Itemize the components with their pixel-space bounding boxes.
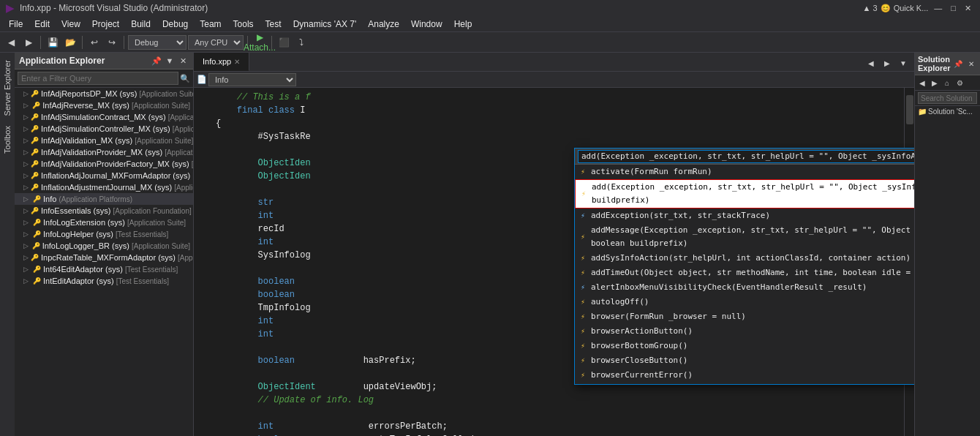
list-item[interactable]: ▷ 🔑 Info (Application Platforms) [15, 193, 193, 205]
list-item[interactable]: ▷ 🔑 Int64EditAdaptor (sys) [Test Essenti… [15, 263, 193, 275]
menu-project[interactable]: Project [86, 18, 125, 31]
platform-dropdown[interactable]: Any CPU [188, 35, 244, 50]
list-item[interactable]: ▷ 🔑 IntEditAdaptor (sys) [Test Essential… [15, 275, 193, 287]
toolbar-breakpoint[interactable]: ⬛ [276, 34, 292, 50]
editor-scroll-right[interactable]: ▶ [879, 55, 895, 71]
ac-item-selected[interactable]: ⚡ add(Exception _exception, str_txt, str… [575, 179, 914, 208]
tab-close-btn[interactable]: ✕ [234, 58, 240, 66]
app-explorer-search-input[interactable] [18, 72, 178, 85]
ac-item[interactable]: ⚡ addException(str_txt, str_stackTrace) [575, 208, 914, 223]
key-icon: 🔑 [31, 172, 39, 179]
tree-item-label: InfoEssentials (sys) [Application Founda… [41, 206, 192, 215]
ac-item[interactable]: ⚡ addSysInfoAction(str_helpUrl, int acti… [575, 251, 914, 266]
menu-analyze[interactable]: Analyze [362, 18, 405, 31]
tree-item-label: Int64EditAdaptor (sys) [Test Essentials] [43, 265, 178, 274]
sol-close-btn[interactable]: ✕ [965, 58, 977, 69]
ac-item-label: alertInboxMenuVisibilityCheck(EventHandl… [591, 281, 914, 294]
list-item[interactable]: ▷ 🔑 InfAdjSimulationContract_MX (sys) [A… [15, 111, 193, 123]
ac-item[interactable]: ⚡ activate(FormRun formRun) [575, 165, 914, 179]
autocomplete-input[interactable] [578, 150, 914, 163]
ac-item[interactable]: ⚡ browserCurrentPicture() [575, 383, 914, 384]
list-item[interactable]: ▷ 🔑 InfAdjReportsDP_MX (sys) [Applicatio… [15, 88, 193, 99]
menu-build[interactable]: Build [125, 18, 157, 31]
toolbar-undo[interactable]: ↩ [86, 34, 102, 50]
code-container[interactable]: // This is a f final class I { #SysTaskR… [194, 88, 914, 436]
menu-debug[interactable]: Debug [157, 18, 194, 31]
tree-arrow: ▷ [23, 160, 29, 168]
config-dropdown[interactable]: Debug [128, 35, 186, 50]
ac-item[interactable]: ⚡ browserCurrentError() [575, 368, 914, 383]
code-line [194, 407, 914, 420]
tab-info-xpp[interactable]: Info.xpp ✕ [194, 53, 249, 71]
minimize-button[interactable]: — [931, 4, 945, 12]
sol-forward-btn[interactable]: ▶ [929, 77, 941, 89]
editor-scroll-left[interactable]: ◀ [863, 55, 879, 71]
menu-help[interactable]: Help [448, 18, 478, 31]
ac-item[interactable]: ⚡ alertInboxMenuVisibilityCheck(EventHan… [575, 280, 914, 295]
list-item[interactable]: ▷ 🔑 InpcRateTable_MXFormAdaptor (sys) [A… [15, 252, 193, 263]
editor-area: Info.xpp ✕ ◀ ▶ ▼ 📄 Info // This is a f [194, 53, 914, 436]
menu-dynamics[interactable]: Dynamics 'AX 7' [287, 18, 363, 31]
ac-item-label: addSysInfoAction(str_helpUrl, int action… [591, 252, 914, 265]
maximize-button[interactable]: □ [948, 4, 959, 12]
ac-item[interactable]: ⚡ browserCloseButton() [575, 353, 914, 368]
tab-list-btn[interactable]: ▼ [895, 55, 911, 71]
tree-arrow: ▷ [23, 113, 29, 121]
toolbox-tab[interactable]: Toolbox [1, 121, 13, 158]
solution-tree-item[interactable]: 📁 Solution 'Sc... [915, 106, 980, 117]
close-button[interactable]: ✕ [962, 4, 974, 13]
list-item[interactable]: ▷ 🔑 InflationAdjustmentJournal_MX (sys) … [15, 181, 193, 193]
tree-item-label: InfAdjValidation_MX (sys) [Application S… [41, 136, 193, 145]
toolbar-back[interactable]: ◀ [3, 34, 19, 50]
breadcrumb-dropdown[interactable]: Info [208, 73, 296, 86]
panel-pin-btn[interactable]: 📌 [151, 55, 162, 67]
toolbar-forward[interactable]: ▶ [20, 34, 37, 50]
sol-home-btn[interactable]: ⌂ [941, 77, 953, 89]
ac-item-label: browserCloseButton() [591, 354, 914, 367]
sol-settings-btn[interactable]: ⚙ [954, 77, 965, 89]
menu-view[interactable]: View [56, 18, 86, 31]
list-item[interactable]: ▷ 🔑 InfAdjValidation_MX (sys) [Applicati… [15, 135, 193, 146]
ac-item[interactable]: ⚡ browserBottomGroup() [575, 339, 914, 353]
app-explorer-header: Application Explorer 📌 ▼ ✕ [15, 53, 193, 69]
ac-item[interactable]: ⚡ addTimeOut(Object object, str methodNa… [575, 266, 914, 280]
menu-tools[interactable]: Tools [227, 18, 260, 31]
sol-search-input[interactable] [918, 92, 977, 104]
search-icon[interactable]: 🔍 [180, 74, 190, 83]
scrollbar-thumb[interactable] [906, 95, 913, 124]
server-view-tab[interactable]: Server Explorer [1, 56, 13, 120]
toolbar-redo[interactable]: ↪ [104, 34, 120, 50]
ac-item[interactable]: ⚡ autologOff() [575, 295, 914, 309]
tree-arrow: ▷ [23, 90, 29, 97]
toolbar-save[interactable]: 💾 [45, 34, 61, 50]
tree-arrow: ▷ [23, 125, 29, 132]
toolbar-open[interactable]: 📂 [62, 34, 78, 50]
window-title: Info.xpp - Microsoft Visual Studio (Admi… [20, 3, 857, 13]
panel-arrow-btn[interactable]: ▼ [164, 55, 176, 67]
key-icon: 🔑 [33, 195, 41, 203]
toolbar-step[interactable]: ⤵ [293, 34, 309, 50]
menu-window[interactable]: Window [405, 18, 448, 31]
sol-pin-btn[interactable]: 📌 [952, 58, 964, 69]
list-item[interactable]: ▷ 🔑 InfoLogHelper (sys) [Test Essentials… [15, 228, 193, 240]
ac-item[interactable]: ⚡ browserActionButton() [575, 324, 914, 339]
panel-close-btn[interactable]: ✕ [177, 55, 189, 67]
list-item[interactable]: ▷ 🔑 InfoEssentials (sys) [Application Fo… [15, 205, 193, 217]
list-item[interactable]: ▷ 🔑 InflationAdjJournal_MXFormAdaptor (s… [15, 170, 193, 181]
menu-team[interactable]: Team [194, 18, 227, 31]
list-item[interactable]: ▷ 🔑 InfAdjValidationProvider_MX (sys) [A… [15, 146, 193, 158]
menu-test[interactable]: Test [260, 18, 287, 31]
menu-file[interactable]: File [3, 18, 29, 31]
list-item[interactable]: ▷ 🔑 InfAdjValidationProviderFactory_MX (… [15, 158, 193, 170]
toolbar-start[interactable]: ▶ Attach... [252, 34, 268, 50]
sol-back-btn[interactable]: ◀ [916, 77, 928, 89]
list-item[interactable]: ▷ 🔑 InfAdjSimulationController_MX (sys) … [15, 123, 193, 135]
quick-launch: Quick K... [894, 4, 929, 12]
list-item[interactable]: ▷ 🔑 InfoLogLogger_BR (sys) [Application … [15, 240, 193, 252]
list-item[interactable]: ▷ 🔑 InfoLogExtension (sys) [Application … [15, 217, 193, 228]
ac-item[interactable]: ⚡ addMessage(Exception _exception, str_t… [575, 223, 914, 251]
ac-item-label: browserCurrentPicture() [591, 383, 914, 384]
ac-item[interactable]: ⚡ browser(FormRun _browser = null) [575, 309, 914, 324]
menu-edit[interactable]: Edit [29, 18, 56, 31]
list-item[interactable]: ▷ 🔑 InfAdjReverse_MX (sys) [Application … [15, 99, 193, 111]
